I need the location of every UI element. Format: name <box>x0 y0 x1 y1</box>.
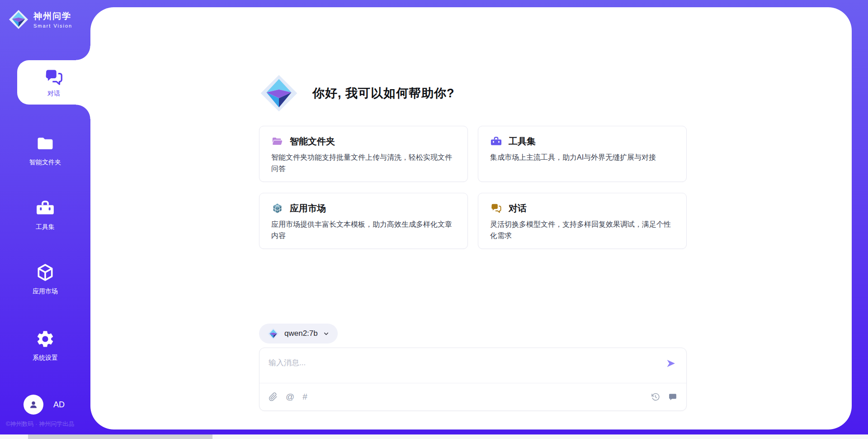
history-icon[interactable] <box>651 392 660 401</box>
hashtag-icon[interactable]: # <box>302 392 307 401</box>
sidebar-item-settings[interactable]: 系统设置 <box>0 329 90 362</box>
card-toolset[interactable]: 工具集 集成市场上主流工具，助力AI与外界无缝扩展与对接 <box>478 126 687 182</box>
composer-divider <box>259 383 686 383</box>
app-logo: 神州问学 Smart Vision <box>8 9 72 30</box>
card-title: 应用市场 <box>290 202 326 215</box>
chevron-down-icon <box>323 330 330 337</box>
user-account[interactable]: AD <box>24 395 65 415</box>
card-chat[interactable]: 对话 灵活切换多模型文件，支持多样回复效果调试，满足个性化需求 <box>478 193 687 249</box>
sidebar-item-label: 系统设置 <box>0 354 90 362</box>
model-selector[interactable]: qwen2:7b <box>259 324 338 344</box>
gear-icon <box>35 329 55 349</box>
brand-diamond-icon <box>259 73 299 113</box>
card-app-market[interactable]: 应用市场 应用市场提供丰富长文本模板，助力高效生成多样化文章内容 <box>259 193 468 249</box>
chat-icon <box>490 202 502 215</box>
card-title: 工具集 <box>509 135 536 148</box>
card-description: 应用市场提供丰富长文本模板，助力高效生成多样化文章内容 <box>271 219 456 242</box>
sidebar-item-label: 智能文件夹 <box>0 158 90 167</box>
cube-icon <box>35 262 55 282</box>
message-composer: @ # <box>259 348 687 411</box>
sidebar-item-app-market[interactable]: 应用市场 <box>0 262 90 296</box>
card-title: 智能文件夹 <box>290 135 335 148</box>
sidebar-item-label: 应用市场 <box>0 287 90 296</box>
message-input[interactable] <box>269 355 648 371</box>
folder-icon <box>35 134 55 153</box>
user-name: AD <box>53 400 65 410</box>
person-icon <box>28 399 39 410</box>
model-name: qwen2:7b <box>284 329 318 338</box>
main-panel: 你好, 我可以如何帮助你? 智能文件夹 智能文件夹功能支持批量文件上传与清洗，轻… <box>90 7 852 429</box>
sidebar: 神州问学 Smart Vision 对话 智能文件夹 工具集 应用市场 <box>0 0 90 439</box>
brand-diamond-icon <box>8 9 29 30</box>
toolbox-icon <box>490 135 502 148</box>
brand-subtitle: Smart Vision <box>33 23 72 29</box>
greeting-title: 你好, 我可以如何帮助你? <box>312 85 455 101</box>
brand-diamond-icon <box>267 328 279 340</box>
card-title: 对话 <box>509 202 527 215</box>
feature-cards: 智能文件夹 智能文件夹功能支持批量文件上传与清洗，轻松实现文件问答 工具集 集成… <box>259 126 687 249</box>
card-smart-folder[interactable]: 智能文件夹 智能文件夹功能支持批量文件上传与清洗，轻松实现文件问答 <box>259 126 468 182</box>
send-icon[interactable] <box>665 358 676 369</box>
sidebar-item-toolset[interactable]: 工具集 <box>0 198 90 231</box>
folder-open-icon <box>271 135 283 148</box>
card-description: 智能文件夹功能支持批量文件上传与清洗，轻松实现文件问答 <box>271 152 456 175</box>
attachment-icon[interactable] <box>269 392 278 401</box>
scrollbar-thumb[interactable] <box>28 434 212 439</box>
brand-name: 神州问学 <box>33 10 72 22</box>
greeting: 你好, 我可以如何帮助你? <box>259 73 455 113</box>
horizontal-scrollbar[interactable] <box>0 434 868 439</box>
model-selector-row: qwen2:7b <box>259 324 338 344</box>
composer-toolbar: @ # <box>269 392 677 401</box>
sidebar-item-chat[interactable]: 对话 <box>17 60 90 105</box>
toolbox-icon <box>35 198 55 218</box>
avatar <box>24 395 43 415</box>
card-description: 灵活切换多模型文件，支持多样回复效果调试，满足个性化需求 <box>490 219 675 242</box>
chat-icon <box>43 67 64 88</box>
footer-credit: ©神州数码 · 神州问学出品 <box>6 420 92 428</box>
card-description: 集成市场上主流工具，助力AI与外界无缝扩展与对接 <box>490 152 675 163</box>
comment-icon[interactable] <box>668 392 677 401</box>
sidebar-item-label: 对话 <box>47 90 60 98</box>
sidebar-item-smart-folder[interactable]: 智能文件夹 <box>0 134 90 167</box>
cube-grid-icon <box>271 202 283 215</box>
mention-icon[interactable]: @ <box>286 392 294 401</box>
main-content: 你好, 我可以如何帮助你? 智能文件夹 智能文件夹功能支持批量文件上传与清洗，轻… <box>259 7 687 429</box>
sidebar-item-label: 工具集 <box>0 223 90 231</box>
